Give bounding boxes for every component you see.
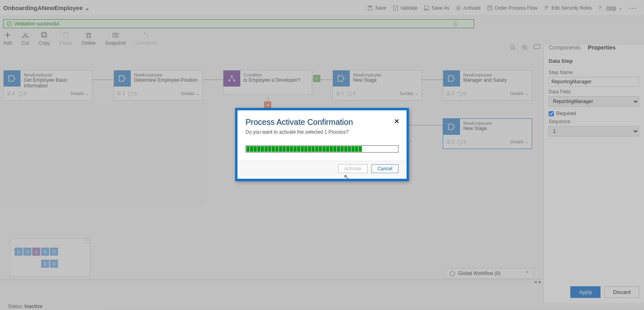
modal-activate-button[interactable]: Activate [338,164,367,173]
close-icon[interactable]: ✕ [394,118,399,125]
modal-title: Process Activate Confirmation [246,118,398,127]
modal-overlay: ✕ Process Activate Confirmation Do you w… [0,0,644,310]
modal-cancel-button[interactable]: Cancel [372,164,398,173]
modal-message: Do you want to activate the selected 1 P… [246,129,398,135]
progress-bar [246,145,398,153]
activate-confirm-modal: ✕ Process Activate Confirmation Do you w… [235,108,409,181]
